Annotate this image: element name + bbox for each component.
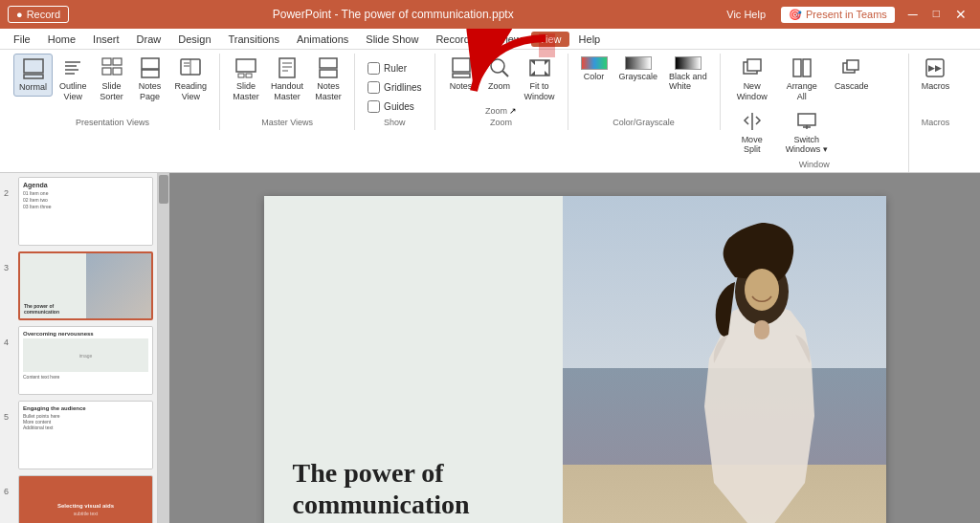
svg-point-27 — [491, 59, 504, 73]
gridlines-check[interactable] — [368, 81, 380, 94]
panel-scrollbar[interactable] — [158, 173, 169, 523]
menu-slideshow[interactable]: Slide Show — [358, 32, 426, 47]
teams-icon: 🎯 — [789, 9, 802, 21]
menu-design[interactable]: Design — [170, 32, 218, 47]
notes-page-btn[interactable]: NotesPage — [132, 54, 168, 105]
switch-windows-icon — [795, 110, 818, 133]
svg-rect-0 — [24, 59, 43, 73]
black-white-btn[interactable]: Black andWhite — [664, 54, 712, 94]
svg-rect-44 — [754, 320, 769, 339]
slide-preview-5[interactable]: Engaging the audience Bullet points here… — [18, 401, 153, 469]
handout-master-icon — [276, 56, 299, 79]
slide-sorter-btn[interactable]: SlideSorter — [94, 54, 130, 105]
notes-page-icon — [139, 56, 162, 79]
ruler-check[interactable] — [368, 62, 380, 75]
present-btn[interactable]: 🎯 Present in Teams — [781, 7, 895, 23]
fit-to-window-btn[interactable]: Fit toWindow — [520, 54, 560, 105]
svg-point-45 — [745, 269, 779, 311]
slide-preview-2[interactable]: Agenda 01 Item one 02 Item two 03 Item t… — [18, 177, 153, 246]
notes-zoom-btn[interactable]: Notes — [443, 54, 479, 95]
menu-draw[interactable]: Draw — [129, 32, 169, 47]
slide-preview-3[interactable]: The power ofcommunication — [18, 251, 153, 320]
svg-text:▶▶: ▶▶ — [928, 63, 942, 73]
master-views-group: SlideMaster HandoutMaster NotesMaster Ma… — [220, 54, 355, 130]
record-title-btn[interactable]: ● Record — [8, 6, 69, 23]
switch-windows-btn[interactable]: SwitchWindows ▾ — [778, 107, 835, 159]
menu-help[interactable]: Help — [571, 32, 609, 47]
maximize-btn[interactable]: □ — [927, 7, 946, 22]
zoom-icon — [488, 56, 511, 79]
color-btn[interactable]: Color — [576, 54, 612, 84]
svg-rect-17 — [238, 74, 244, 77]
slide-title: The power of communication — [293, 457, 534, 521]
guides-checkbox[interactable]: Guides — [363, 98, 419, 115]
move-split-icon — [741, 110, 764, 133]
outline-view-btn[interactable]: OutlineView — [55, 54, 92, 105]
ruler-checkbox[interactable]: Ruler — [363, 60, 412, 76]
presentation-views-group: Normal OutlineView SlideSorter NotesPage — [6, 54, 220, 130]
ribbon: Normal OutlineView SlideSorter NotesPage — [0, 50, 980, 173]
svg-rect-9 — [113, 68, 122, 75]
slide-preview-6[interactable]: Selecting visual aids subtitle text — [18, 475, 153, 523]
slide-master-icon — [234, 56, 257, 79]
slide-preview-4[interactable]: Overcoming nervousness image Content tex… — [18, 326, 153, 395]
slide-canvas[interactable]: The power of communication — [264, 196, 886, 523]
outline-icon — [61, 56, 84, 79]
zoom-expand-icon[interactable]: ↗ — [509, 106, 517, 116]
slide-thumb-5[interactable]: 5 Engaging the audience Bullet points he… — [4, 401, 153, 469]
scroll-thumb[interactable] — [159, 175, 168, 204]
svg-rect-25 — [453, 58, 470, 72]
minimize-btn[interactable]: ─ — [902, 7, 924, 22]
show-group: Ruler Gridlines Guides Show — [355, 54, 434, 130]
normal-btn[interactable]: Normal — [13, 54, 53, 97]
menu-bar: File Home Insert Draw Design Transitions… — [0, 29, 980, 50]
slide-thumb-4[interactable]: 4 Overcoming nervousness image Content t… — [4, 326, 153, 395]
color-swatch-icon — [581, 56, 608, 70]
new-window-btn[interactable]: NewWindow — [728, 54, 776, 105]
svg-rect-19 — [279, 58, 295, 77]
handout-master-btn[interactable]: HandoutMaster — [266, 54, 308, 105]
guides-check[interactable] — [368, 100, 380, 113]
slide-thumb-2[interactable]: 2 Agenda 01 Item one 02 Item two 03 Item… — [4, 177, 153, 246]
title-bar: ● Record PowerPoint - The power of commu… — [0, 0, 980, 29]
new-window-icon — [741, 56, 764, 79]
macros-group: ▶▶ Macros Macros — [909, 54, 963, 130]
menu-file[interactable]: File — [6, 32, 38, 47]
normal-icon — [22, 57, 45, 80]
zoom-group: Notes Zoom Fit toWindow Zoom ↗ Zoom — [435, 54, 568, 130]
slide-thumb-3[interactable]: 3 The power ofcommunication — [4, 251, 153, 320]
svg-rect-37 — [798, 114, 815, 125]
menu-record[interactable]: Record — [428, 32, 477, 47]
menu-view[interactable]: View — [531, 32, 569, 47]
grayscale-btn[interactable]: Grayscale — [614, 54, 663, 84]
slide-thumb-6[interactable]: 6 Selecting visual aids subtitle text — [4, 475, 153, 523]
menu-home[interactable]: Home — [40, 32, 83, 47]
close-btn[interactable]: ✕ — [949, 7, 972, 22]
svg-rect-7 — [113, 58, 122, 65]
move-split-btn[interactable]: MoveSplit — [728, 107, 776, 159]
slide-panel: 2 Agenda 01 Item one 02 Item two 03 Item… — [0, 173, 158, 523]
gridlines-checkbox[interactable]: Gridlines — [363, 79, 426, 96]
notes-master-btn[interactable]: NotesMaster — [310, 54, 346, 105]
bw-swatch-icon — [675, 56, 702, 70]
slide-master-btn[interactable]: SlideMaster — [228, 54, 264, 105]
slide-sorter-icon — [100, 56, 123, 79]
svg-rect-26 — [453, 74, 470, 77]
cascade-btn[interactable]: Cascade — [828, 54, 876, 95]
svg-rect-24 — [320, 70, 337, 77]
svg-rect-32 — [793, 59, 801, 76]
menu-review[interactable]: Review — [479, 32, 529, 47]
menu-animations[interactable]: Animations — [289, 32, 356, 47]
menu-insert[interactable]: Insert — [85, 32, 127, 47]
arrange-all-icon — [791, 56, 813, 79]
menu-transitions[interactable]: Transitions — [221, 32, 287, 47]
reading-view-btn[interactable]: ReadingView — [170, 54, 212, 105]
arrange-all-btn[interactable]: ArrangeAll — [778, 54, 826, 105]
svg-rect-11 — [142, 70, 159, 77]
main-area: 2 Agenda 01 Item one 02 Item two 03 Item… — [0, 173, 980, 523]
notes-master-icon — [317, 56, 340, 79]
zoom-btn[interactable]: Zoom — [481, 54, 518, 95]
macros-btn[interactable]: ▶▶ Macros — [917, 54, 955, 95]
help-btn[interactable]: Vic Help — [717, 7, 775, 22]
macros-icon: ▶▶ — [924, 56, 947, 79]
